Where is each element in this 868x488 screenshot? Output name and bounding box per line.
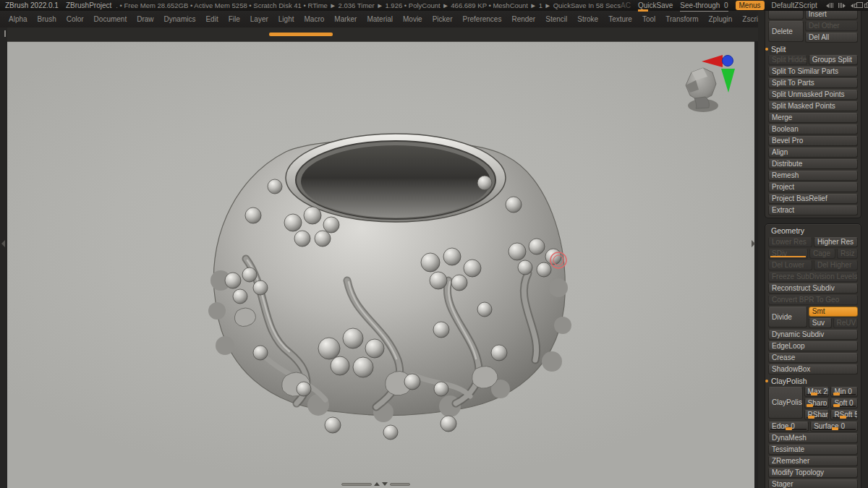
geometry-section-item[interactable]: EdgeLoop [768,341,858,351]
active-tab-indicator[interactable] [269,33,333,36]
cutoff-button[interactable] [768,11,804,20]
sculpt-viewport [7,42,754,488]
geometry-section-item[interactable]: Crease [768,353,858,363]
reconstruct-subdiv-button[interactable]: Reconstruct Subdiv [768,283,858,294]
menu-item[interactable]: Marker [334,15,357,23]
menu-item[interactable]: Picker [433,15,453,23]
axis-z-dot [723,56,733,67]
subtool-section-item[interactable]: Distribute [768,159,858,169]
split-to-similar-parts-button[interactable]: Split To Similar Parts [768,67,858,77]
groups-split-button[interactable]: Groups Split [809,55,858,65]
quicksave-button[interactable]: QuickSave [638,1,673,9]
section-dot-icon [765,380,768,382]
menu-item[interactable]: Render [511,15,535,23]
insert-button[interactable]: Insert [805,11,858,20]
menu-item[interactable]: Movie [403,15,422,23]
sdiv-slider[interactable]: SDiv [768,249,808,259]
claypolish-rsoft-slider[interactable]: RSoft 5 [830,410,858,420]
menu-item[interactable]: Alpha [9,15,27,23]
copy-next-icon[interactable] [864,4,868,8]
geometry-section-item[interactable]: Stager [768,479,858,488]
menus-toggle-button[interactable]: Menus [736,1,765,10]
ac-indicator: AC [621,1,631,9]
subtool-section-item[interactable]: Project [768,182,858,192]
surface-slider[interactable]: Surface 0 [810,421,858,432]
subtool-section-item[interactable]: Merge [768,113,858,123]
menu-item[interactable]: Stencil [545,15,567,23]
edge-slider[interactable]: Edge 0 [768,421,809,432]
subtool-section-item[interactable]: Bevel Pro [768,136,858,146]
claypolish-section-header[interactable]: ClayPolish [768,376,858,385]
split-section-header[interactable]: Split [768,44,858,53]
del-lower-button: Del Lower [768,260,812,270]
smt-toggle[interactable]: Smt [809,307,858,317]
redo-history-icon[interactable] [838,3,846,8]
menu-item[interactable]: Preferences [462,15,501,23]
default-zscript-button[interactable]: DefaultZScript [772,1,817,9]
menu-item[interactable]: Macro [305,15,325,23]
menu-item[interactable]: Stroke [577,15,598,23]
del-all-button[interactable]: Del All [805,33,858,43]
divider-down-icon[interactable] [382,482,388,486]
polymesh-head-model [686,68,718,112]
divider-up-icon[interactable] [374,482,380,486]
subtool-section-item[interactable]: Remesh [768,171,858,181]
divide-button[interactable]: Divide [768,307,807,328]
document-canvas[interactable] [7,41,754,488]
claypolish-rsharp-slider[interactable]: RSharp [804,410,830,420]
subtool-section-list: MergeBooleanBevel ProAlignDistributeReme… [768,113,858,215]
claypolish-soft-slider[interactable]: Soft 0 [830,398,858,408]
canvas-bottom-divider[interactable] [341,482,410,486]
project-name: ZBrushProject [66,1,111,9]
undo-history-icon[interactable] [826,3,833,8]
claypolish-min-slider[interactable]: Min 0 [830,387,858,397]
subtool-section-item[interactable]: Project BasRelief [768,194,858,204]
subtool-section-item[interactable]: Boolean [768,124,858,134]
split-masked-points-button[interactable]: Split Masked Points [768,101,858,111]
suv-toggle[interactable]: Suv [809,318,832,328]
menu-item[interactable]: Brush [38,15,56,23]
split-unmasked-points-button[interactable]: Split Unmasked Points [768,90,858,100]
geometry-section-item[interactable]: DynaMesh [768,433,858,443]
geometry-section-item[interactable]: Modify Topology [768,468,858,478]
axis-y-arrow [721,69,735,93]
menu-item[interactable]: Transform [665,15,698,23]
see-through-slider[interactable]: See-through 0 [680,1,728,10]
divider-left-handle[interactable] [341,483,372,486]
copy-prev-icon[interactable] [851,4,859,8]
claypolish-max-slider[interactable]: Max 25 [804,387,830,397]
split-hidden-button: Split Hidden [768,55,807,65]
menu-item[interactable]: File [229,15,240,23]
menu-item[interactable]: Texture [608,15,632,23]
right-tray-toggle-icon[interactable] [752,240,755,247]
higher-res-button[interactable]: Higher Res [814,237,858,247]
geometry-section-item[interactable]: ZRemesher [768,456,858,466]
lower-res-button: Lower Res [768,237,812,247]
menu-item[interactable]: Layer [250,15,268,23]
rsiz-button: Rsiz [837,249,858,259]
menu-item[interactable]: Color [67,15,84,23]
subtool-section-item[interactable]: Align [768,147,858,158]
geometry-section-item[interactable]: Tessimate [768,445,858,455]
divider-right-handle[interactable] [390,483,410,486]
menu-item[interactable]: Light [278,15,294,23]
claypolish-sharp-slider[interactable]: Sharp [804,398,830,408]
right-tray: Insert Delete Del Other Del All Split Sp… [758,11,868,488]
geometry-header[interactable]: Geometry [768,226,858,236]
geometry-section-item[interactable]: Dynamic Subdiv [768,330,858,340]
menu-item[interactable]: Tool [642,15,655,23]
geometry-section-item[interactable]: ShadowBox [768,364,858,374]
split-to-parts-button[interactable]: Split To Parts [768,78,858,88]
titlebar: ZBrush 2022.0.1 ZBrushProject . • Free M… [0,0,868,11]
left-tray-toggle-icon[interactable] [1,240,5,247]
menu-item[interactable]: Document [94,15,127,23]
subtool-section-item[interactable]: Extract [768,205,858,215]
menu-item[interactable]: Edit [205,15,218,23]
left-tray-handle[interactable] [4,30,6,37]
claypolish-button[interactable]: ClayPolish [768,387,803,419]
menu-item[interactable]: Zplugin [709,15,733,23]
menu-item[interactable]: Draw [137,15,153,23]
menu-item[interactable]: Material [367,15,393,23]
menu-item[interactable]: Dynamics [164,15,196,23]
delete-button[interactable]: Delete [768,21,804,42]
